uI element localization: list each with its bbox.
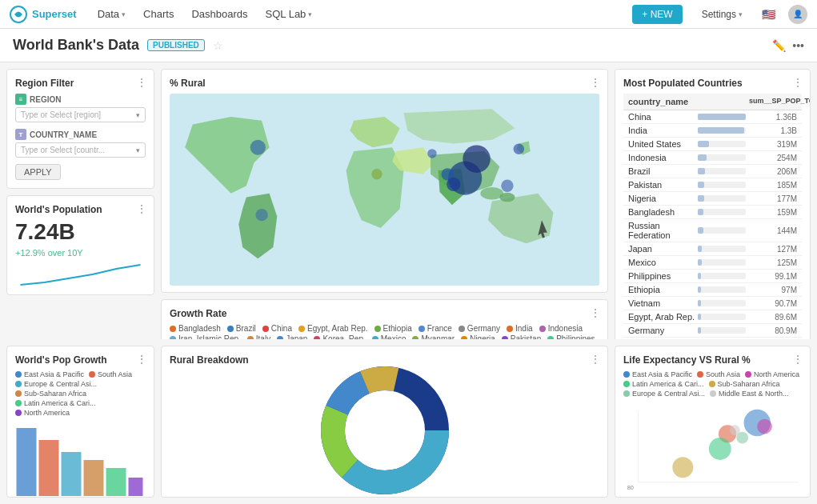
- more-button[interactable]: •••: [792, 39, 804, 52]
- table-row[interactable]: Philippines 99.1M: [623, 270, 802, 283]
- settings-button[interactable]: Settings ▾: [695, 6, 749, 23]
- svg-point-10: [447, 178, 460, 191]
- svg-point-6: [250, 140, 266, 155]
- table-row[interactable]: Bangladesh 159M: [623, 206, 802, 219]
- table-row[interactable]: Vietnam 90.7M: [623, 297, 802, 310]
- header-actions: ✏️ •••: [772, 39, 804, 52]
- row-value: 80.9M: [749, 326, 797, 335]
- row-bar-container: [698, 127, 746, 134]
- life-legend-dot: [745, 371, 751, 378]
- row-bar-container: [698, 246, 746, 252]
- row-bar: [698, 141, 709, 147]
- legend-dot: [277, 336, 283, 340]
- legend-dot: [547, 336, 554, 340]
- svg-point-7: [255, 209, 267, 221]
- growth-menu[interactable]: ⋮: [590, 306, 601, 319]
- life-legend-label: Middle East & North...: [719, 390, 789, 398]
- table-row[interactable]: Iran, Islamic Rep. 78.1M: [623, 338, 802, 339]
- country-input[interactable]: Type or Select [countr... ▾: [15, 142, 146, 158]
- row-value: 1.36B: [749, 113, 797, 122]
- table-row[interactable]: Egypt, Arab Rep. 89.6M: [623, 310, 802, 324]
- life-legend-dot: [697, 371, 703, 378]
- edit-button[interactable]: ✏️: [772, 39, 786, 52]
- population-menu[interactable]: ⋮: [136, 202, 147, 215]
- logo[interactable]: Superset: [10, 6, 77, 23]
- population-value: 7.24B: [15, 220, 146, 245]
- most-populated-title: Most Populated Countries: [623, 78, 802, 89]
- row-bar-container: [698, 195, 746, 202]
- table-body[interactable]: China 1.36B India 1.3B United States 319…: [623, 110, 802, 339]
- apply-button[interactable]: APPLY: [15, 164, 61, 180]
- star-icon[interactable]: ☆: [213, 39, 223, 52]
- life-exp-legend-item: North America: [745, 370, 799, 378]
- legend-label: Philippines: [556, 334, 595, 339]
- row-bar-container: [698, 168, 746, 174]
- pop-legend-label: East Asia & Pacific: [24, 370, 84, 378]
- legend-label: Iran, Islamic Rep.: [178, 334, 241, 339]
- table-row[interactable]: Germany 80.9M: [623, 324, 802, 338]
- life-legend-label: Sub-Saharan Africa: [718, 380, 780, 388]
- table-menu[interactable]: ⋮: [792, 76, 803, 89]
- growth-title: Growth Rate: [170, 308, 599, 319]
- row-country-name: Vietnam: [628, 298, 698, 308]
- row-country-name: Brazil: [628, 166, 698, 176]
- row-value: 99.1M: [749, 272, 797, 281]
- row-country-name: Russian Federation: [628, 221, 698, 240]
- table-row[interactable]: Japan 127M: [623, 242, 802, 256]
- table-row[interactable]: Pakistan 185M: [623, 178, 802, 192]
- table-row[interactable]: United States 319M: [623, 138, 802, 151]
- table-row[interactable]: China 1.36B: [623, 110, 802, 124]
- table-row[interactable]: Indonesia 254M: [623, 151, 802, 165]
- row-country-name: Bangladesh: [628, 207, 698, 217]
- population-chart: [15, 262, 146, 286]
- row-value: 125M: [749, 258, 797, 267]
- rural-menu[interactable]: ⋮: [590, 353, 601, 366]
- map-menu[interactable]: ⋮: [590, 76, 601, 89]
- row-country-name: United States: [628, 139, 698, 149]
- growth-legend-item: Ethiopia: [374, 324, 412, 333]
- life-exp-chart: 80: [623, 401, 802, 497]
- col-value: sum__SP_POP_TOTL: [749, 97, 797, 106]
- filter-menu[interactable]: ⋮: [136, 76, 147, 89]
- flag-icon[interactable]: 🇺🇸: [762, 8, 775, 21]
- avatar[interactable]: 👤: [788, 5, 807, 24]
- svg-point-47: [709, 438, 731, 460]
- legend-label: Korea, Rep.: [322, 334, 365, 339]
- published-badge: PUBLISHED: [147, 39, 205, 51]
- legend-dot: [461, 336, 467, 340]
- map-container[interactable]: [170, 94, 599, 286]
- row-bar-container: [698, 209, 746, 215]
- life-legend-label: South Asia: [706, 370, 740, 378]
- life-legend-label: Europe & Central Asi...: [632, 390, 705, 398]
- row-bar-container: [698, 327, 746, 334]
- svg-text:80: 80: [627, 484, 634, 491]
- table-header: country_name sum__SP_POP_TOTL: [623, 94, 802, 110]
- life-legend-dot: [623, 371, 630, 378]
- table-row[interactable]: Russian Federation 144M: [623, 219, 802, 242]
- table-row[interactable]: Ethiopia 97M: [623, 283, 802, 297]
- table-row[interactable]: Brazil 206M: [623, 165, 802, 178]
- new-button[interactable]: + NEW: [632, 5, 682, 24]
- row-bar-container: [698, 227, 746, 234]
- nav-dashboards[interactable]: Dashboards: [183, 5, 255, 23]
- table-row[interactable]: India 1.3B: [623, 124, 802, 138]
- life-exp-legend-item: Europe & Central Asi...: [623, 390, 705, 398]
- row-bar: [698, 327, 701, 334]
- pop-growth-menu[interactable]: ⋮: [136, 353, 147, 366]
- life-exp-menu[interactable]: ⋮: [792, 353, 803, 366]
- filter-title: Region Filter: [15, 78, 146, 89]
- legend-dot: [262, 326, 269, 332]
- pop-legend-dot: [15, 390, 22, 397]
- region-input[interactable]: Type or Select [region] ▾: [15, 107, 146, 122]
- table-row[interactable]: Mexico 125M: [623, 256, 802, 270]
- nav-data[interactable]: Data ▾: [90, 5, 134, 23]
- legend-label: India: [515, 324, 533, 333]
- life-legend-label: East Asia & Pacific: [632, 370, 692, 378]
- table-row[interactable]: Nigeria 177M: [623, 192, 802, 206]
- nav-sqllab[interactable]: SQL Lab ▾: [258, 5, 321, 23]
- svg-rect-37: [129, 478, 143, 496]
- pop-growth-legend-item: East Asia & Pacific: [15, 370, 84, 378]
- nav-charts[interactable]: Charts: [135, 5, 182, 23]
- growth-legend-item: Indonesia: [539, 324, 583, 333]
- pop-legend-label: Sub-Saharan Africa: [24, 390, 86, 398]
